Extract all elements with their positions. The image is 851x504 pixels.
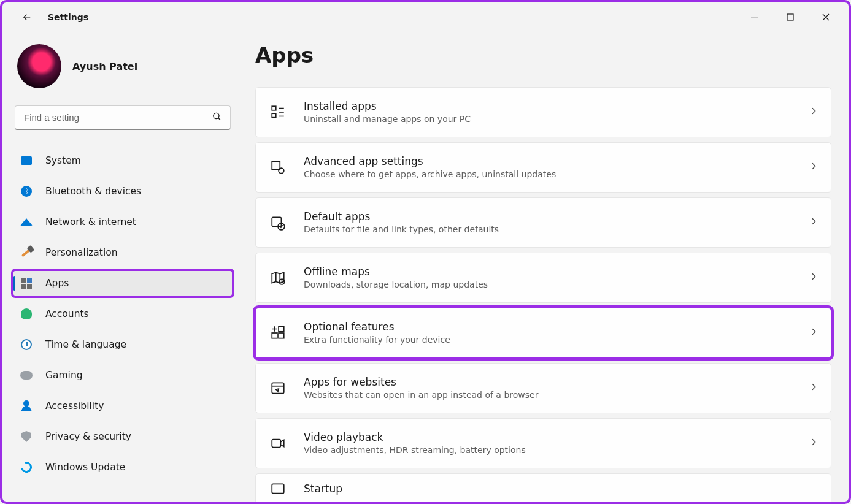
nav-label: Windows Update — [45, 462, 125, 473]
wifi-icon — [20, 215, 33, 229]
nav-item-accounts[interactable]: Accounts — [12, 300, 233, 327]
window-title: Settings — [48, 12, 88, 22]
card-advanced-app-settings[interactable]: Advanced app settingsChoose where to get… — [255, 142, 831, 193]
gamepad-icon — [20, 368, 33, 382]
card-title: Advanced app settings — [304, 155, 809, 169]
card-installed-apps[interactable]: Installed appsUninstall and manage apps … — [255, 87, 831, 137]
nav-item-time-language[interactable]: Time & language — [12, 331, 233, 358]
card-title: Video playback — [304, 430, 809, 445]
nav-item-personalization[interactable]: Personalization — [12, 239, 233, 266]
nav-item-apps[interactable]: Apps — [12, 270, 233, 297]
card-title: Installed apps — [304, 99, 809, 113]
nav-item-windows-update[interactable]: Windows Update — [12, 454, 233, 481]
nav-label: Network & internet — [45, 216, 136, 227]
back-arrow-icon — [21, 12, 33, 23]
chevron-right-icon — [809, 382, 818, 394]
card-title: Offline maps — [304, 265, 809, 279]
card-subtitle: Defaults for file and link types, other … — [304, 224, 809, 235]
card-title: Default apps — [304, 210, 809, 224]
svg-rect-15 — [272, 484, 284, 493]
nav-label: Privacy & security — [45, 431, 131, 442]
nav-label: Gaming — [45, 370, 83, 381]
chevron-right-icon — [809, 327, 818, 339]
card-subtitle: Websites that can open in an app instead… — [304, 389, 809, 401]
card-apps-for-websites[interactable]: Apps for websitesWebsites that can open … — [255, 363, 831, 413]
avatar — [17, 44, 61, 88]
system-icon — [20, 154, 33, 167]
svg-rect-12 — [279, 326, 284, 332]
nav-label: Accessibility — [45, 400, 104, 411]
accessibility-icon — [20, 399, 33, 413]
svg-rect-10 — [272, 333, 277, 338]
accounts-icon — [20, 307, 33, 321]
maximize-icon — [787, 13, 794, 21]
search-box — [15, 105, 231, 130]
chevron-right-icon — [809, 161, 818, 174]
nav-label: Bluetooth & devices — [45, 186, 141, 197]
search-input[interactable] — [15, 105, 231, 130]
nav-item-privacy[interactable]: Privacy & security — [12, 423, 233, 450]
profile-block[interactable]: Ayush Patel — [12, 44, 233, 105]
profile-name: Ayush Patel — [72, 61, 137, 72]
svg-rect-1 — [787, 14, 793, 20]
nav-label: Apps — [45, 278, 69, 289]
close-icon — [822, 13, 830, 21]
page-title: Apps — [255, 43, 831, 67]
main-content: Apps Installed appsUninstall and manage … — [243, 32, 849, 502]
card-offline-maps[interactable]: Offline mapsDownloads, storage location,… — [255, 253, 831, 303]
card-title: Apps for websites — [304, 375, 809, 389]
nav-list: System ᛒBluetooth & devices Network & in… — [12, 147, 233, 481]
svg-rect-11 — [279, 333, 284, 338]
nav-item-system[interactable]: System — [12, 147, 233, 174]
card-subtitle: Choose where to get apps, archive apps, … — [304, 169, 809, 180]
search-icon — [212, 112, 222, 124]
nav-label: Time & language — [45, 339, 126, 350]
nav-item-gaming[interactable]: Gaming — [12, 362, 233, 389]
brush-icon — [20, 246, 33, 259]
maximize-button[interactable] — [772, 5, 808, 29]
nav-item-accessibility[interactable]: Accessibility — [12, 392, 233, 419]
titlebar: Settings — [2, 2, 849, 32]
card-subtitle: Video adjustments, HDR streaming, batter… — [304, 445, 809, 456]
default-apps-icon — [268, 213, 288, 232]
card-optional-features[interactable]: Optional featuresExtra functionality for… — [255, 308, 831, 358]
svg-rect-3 — [272, 106, 276, 110]
nav-item-network[interactable]: Network & internet — [12, 208, 233, 235]
installed-apps-icon — [268, 102, 288, 122]
card-subtitle: Uninstall and manage apps on your PC — [304, 113, 809, 125]
bluetooth-icon: ᛒ — [20, 185, 33, 198]
card-subtitle: Downloads, storage location, map updates — [304, 279, 809, 291]
nav-label: System — [45, 155, 81, 166]
card-default-apps[interactable]: Default appsDefaults for file and link t… — [255, 197, 831, 248]
chevron-right-icon — [809, 272, 818, 284]
video-icon — [268, 433, 288, 453]
svg-rect-7 — [272, 217, 281, 226]
card-title: Startup — [304, 482, 818, 496]
svg-rect-5 — [272, 161, 280, 169]
card-startup[interactable]: Startup — [255, 473, 831, 502]
chevron-right-icon — [809, 106, 818, 118]
card-title: Optional features — [304, 320, 809, 334]
card-subtitle: Extra functionality for your device — [304, 334, 809, 346]
close-button[interactable] — [808, 5, 844, 29]
advanced-settings-icon — [268, 158, 288, 177]
back-button[interactable] — [15, 5, 39, 29]
chevron-right-icon — [809, 216, 818, 229]
svg-rect-14 — [272, 440, 280, 448]
clock-icon — [20, 338, 33, 351]
minimize-button[interactable] — [737, 5, 772, 29]
svg-rect-4 — [272, 113, 276, 118]
minimize-icon — [751, 13, 758, 21]
card-video-playback[interactable]: Video playbackVideo adjustments, HDR str… — [255, 418, 831, 468]
apps-websites-icon — [268, 378, 288, 398]
apps-icon — [20, 277, 33, 290]
svg-rect-0 — [751, 17, 758, 17]
shield-icon — [20, 430, 33, 443]
startup-icon — [268, 479, 288, 498]
svg-point-2 — [214, 113, 219, 118]
nav-label: Accounts — [45, 308, 89, 319]
update-icon — [20, 460, 33, 474]
svg-point-6 — [279, 168, 284, 174]
nav-item-bluetooth[interactable]: ᛒBluetooth & devices — [12, 178, 233, 205]
window-controls — [737, 5, 844, 29]
